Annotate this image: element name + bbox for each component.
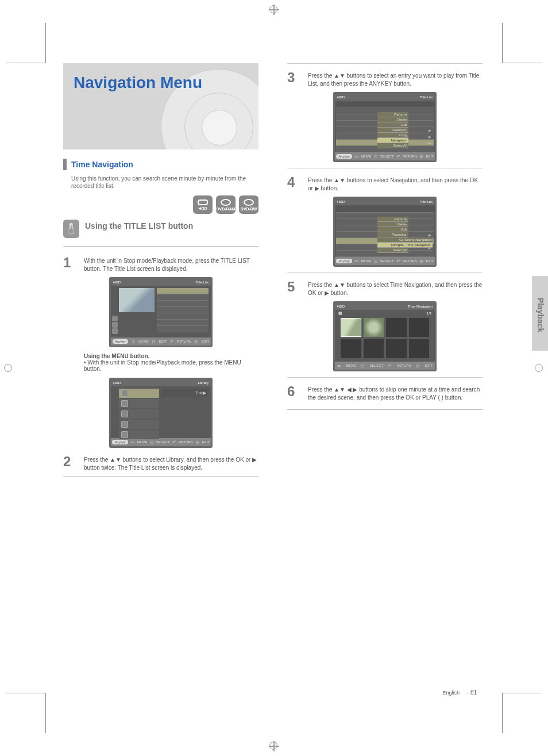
thumb-empty bbox=[409, 339, 430, 358]
page-title: Navigation Menu bbox=[63, 63, 258, 92]
touch-row: Using the TITLE LIST button bbox=[63, 220, 258, 238]
footer-select: SELECT bbox=[156, 440, 169, 444]
footer-edit: EDIT bbox=[159, 340, 167, 343]
step-6: 6 Press the ▲▼ ◀ ▶ buttons to skip one m… bbox=[287, 383, 483, 401]
footer-return: RETURN bbox=[179, 440, 193, 444]
step-6-text: Press the ▲▼ ◀ ▶ buttons to skip one min… bbox=[308, 383, 483, 401]
move-icon: ⇔ bbox=[337, 363, 341, 369]
select-icon: ⊙ bbox=[152, 339, 156, 344]
shot2-menu-list bbox=[119, 389, 159, 440]
shot5-header-left: HDD bbox=[337, 305, 345, 308]
hdd-badge-icon: HDD bbox=[193, 195, 213, 214]
step-4-text: Press the ▲▼ buttons to select Navigatio… bbox=[308, 174, 483, 192]
step-number-2: 2 bbox=[63, 454, 78, 471]
select-icon: ⊙ bbox=[374, 259, 378, 264]
footer-move: MOVE bbox=[138, 340, 149, 343]
thumb-1 bbox=[341, 318, 361, 337]
step-2: 2 Press the ▲▼ buttons to select Library… bbox=[63, 454, 258, 471]
shot3-header-right: Title List bbox=[420, 95, 433, 99]
shot3-header-left: HDD bbox=[337, 95, 345, 99]
shot5-header-right: Time Navigation bbox=[408, 305, 433, 308]
step-number-6: 6 bbox=[287, 383, 302, 401]
shot1-header-right: Title List bbox=[196, 281, 209, 284]
shot4-header-left: HDD bbox=[337, 200, 345, 204]
shot2-right-label: Title bbox=[195, 391, 203, 395]
move-icon: ⇔ bbox=[354, 154, 358, 159]
step-1: 1 With the unit in Stop mode/Playback mo… bbox=[63, 255, 258, 273]
step-5: 5 Press the ▲▼ buttons to select Time Na… bbox=[287, 279, 483, 297]
divider bbox=[287, 377, 483, 378]
page-indicator: 1/2 bbox=[427, 312, 431, 315]
step-1-alt-head: Using the MENU button. bbox=[84, 353, 149, 359]
side-tab-playback: Playback bbox=[532, 276, 548, 351]
registration-mark-left bbox=[3, 363, 14, 374]
intro-text: Using this function, you can search scen… bbox=[63, 175, 258, 190]
badge-label-dvdrw: DVD-RW bbox=[241, 207, 257, 211]
footer-move: MOVE bbox=[361, 155, 372, 158]
step-5-text: Press the ▲▼ buttons to select Time Navi… bbox=[308, 279, 483, 297]
footer-select: SELECT bbox=[380, 259, 393, 263]
anykey-button: Anykey bbox=[336, 259, 352, 263]
registration-mark-right bbox=[534, 363, 545, 374]
divider bbox=[287, 409, 483, 410]
exit-icon: ⊘ bbox=[416, 363, 420, 369]
footer-exit: EXIT bbox=[426, 155, 433, 158]
divider bbox=[287, 273, 483, 273]
crop-mark-bottom-left bbox=[6, 693, 46, 733]
exit-icon: ⊘ bbox=[419, 154, 423, 159]
menu-item-photo bbox=[119, 420, 159, 429]
badge-label-hdd: HDD bbox=[198, 206, 207, 210]
shot4-header-right: Title List bbox=[420, 200, 433, 204]
menu-item-setup bbox=[119, 430, 159, 439]
footer-select: SELECT bbox=[380, 155, 393, 158]
shot2-header-left: HDD bbox=[113, 381, 121, 385]
return-icon: ↶ bbox=[388, 363, 392, 369]
return-icon: ↶ bbox=[396, 259, 400, 264]
shot1-header-left: HDD bbox=[113, 281, 121, 284]
step-number-1: 1 bbox=[63, 255, 78, 273]
footer-select: SELECT bbox=[370, 364, 383, 367]
thumb-empty bbox=[386, 339, 407, 358]
footer-return: RETURN bbox=[177, 340, 191, 343]
page-number-value: 81 bbox=[470, 689, 477, 696]
anykey-button: Anykey bbox=[112, 440, 128, 444]
thumb-empty bbox=[364, 339, 384, 358]
divider bbox=[63, 246, 258, 247]
footer-exit: EXIT bbox=[426, 259, 433, 263]
section-heading: Time Navigation bbox=[63, 159, 258, 170]
shot1-sidebar-icons bbox=[112, 316, 118, 335]
touch-hand-icon bbox=[63, 220, 79, 238]
menu-item-music bbox=[119, 409, 159, 419]
side-tab-label: Playback bbox=[536, 283, 545, 347]
badge-label-dvdram: DVD-RAM bbox=[216, 207, 235, 211]
anykey-button: Anykey bbox=[113, 339, 129, 344]
step-1-alt: Using the MENU button. • With the unit i… bbox=[63, 353, 258, 372]
footer-return: RETURN bbox=[403, 259, 417, 263]
step-4: 4 Press the ▲▼ buttons to select Navigat… bbox=[287, 174, 483, 192]
footer-exit: EXIT bbox=[424, 364, 432, 367]
thumb-empty bbox=[409, 318, 430, 337]
media-badges: HDD DVD-RAM DVD-RW bbox=[63, 195, 258, 214]
running-footer: English bbox=[442, 690, 460, 696]
section-bar-icon bbox=[63, 159, 67, 170]
return-icon: ↶ bbox=[396, 154, 400, 159]
right-arrow-icon: ▶ bbox=[203, 390, 206, 396]
step-number-4: 4 bbox=[287, 174, 302, 192]
shot1-rows bbox=[157, 288, 209, 335]
menu-item-divx bbox=[119, 399, 159, 408]
step-number-5: 5 bbox=[287, 279, 302, 297]
section-title: Time Navigation bbox=[71, 160, 133, 169]
dvd-ram-badge-icon: DVD-RAM bbox=[216, 195, 236, 214]
menu-item-title bbox=[119, 389, 159, 398]
crop-mark-bottom-right bbox=[502, 693, 542, 733]
footer-move: MOVE bbox=[137, 440, 148, 444]
shot1-thumbnail bbox=[119, 288, 155, 312]
shot4-submenu2: Scene Navigation Time Navigation bbox=[404, 237, 433, 248]
exit-icon: ⊘ bbox=[194, 339, 198, 344]
step-number-3: 3 bbox=[287, 70, 302, 87]
grid-icon: ▦ bbox=[338, 311, 342, 316]
step-1-alt-body: • With the unit in Stop mode/Playback mo… bbox=[84, 359, 241, 372]
dvd-rw-badge-icon: DVD-RW bbox=[239, 195, 258, 214]
updown-icon: ⇕ bbox=[132, 339, 136, 344]
shot3-submenu: Rename Delete Edit Protection Copy Navig… bbox=[377, 112, 408, 148]
